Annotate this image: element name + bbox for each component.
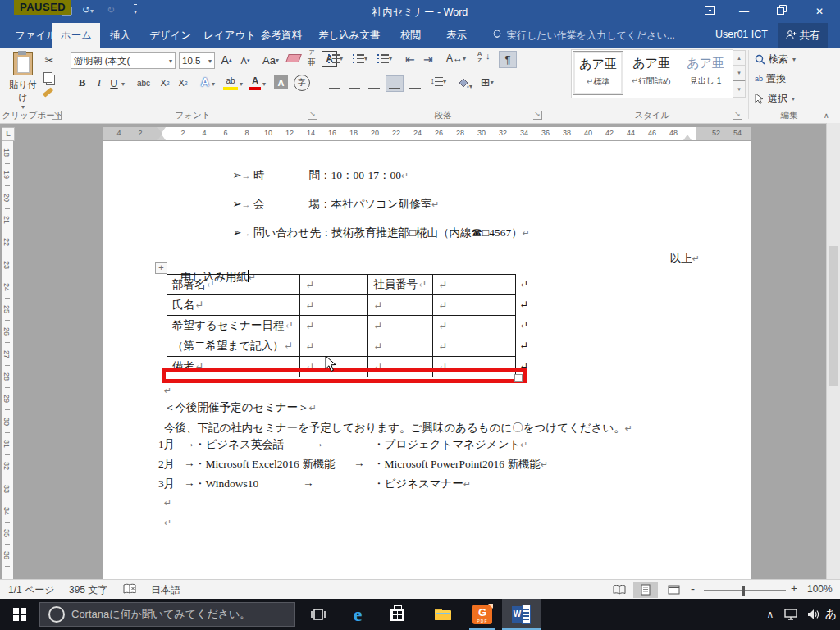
grow-font-button[interactable]: A▴: [218, 52, 235, 68]
clear-formatting-button[interactable]: [285, 54, 302, 62]
table-cell[interactable]: ↵: [433, 275, 516, 295]
print-layout-button[interactable]: [633, 582, 658, 598]
select-button[interactable]: 選択▾: [755, 92, 795, 106]
asian-layout-button[interactable]: A↔▾: [446, 52, 466, 64]
strikethrough-button[interactable]: abc: [133, 76, 154, 89]
cut-button[interactable]: ✂: [41, 52, 57, 67]
horizontal-ruler[interactable]: 4224681012141618202224262830323436384042…: [103, 127, 751, 140]
network-icon[interactable]: [779, 599, 802, 630]
sort-button[interactable]: AZ↓: [477, 51, 482, 64]
doc-intro-line[interactable]: 今後、下記の社内セミナーを予定しております。ご興味のあるものに〇をつけてください…: [164, 421, 632, 436]
empty-paragraph[interactable]: ↵: [164, 516, 171, 529]
scrollbar-thumb[interactable]: [829, 246, 838, 386]
font-color-button[interactable]: A: [249, 75, 261, 90]
align-right-button[interactable]: [366, 77, 382, 90]
find-button[interactable]: 検索▾: [755, 52, 796, 66]
highlight-button[interactable]: ab: [223, 75, 238, 90]
tab-references[interactable]: 参考資料: [253, 23, 310, 48]
shrink-font-button[interactable]: A▾: [238, 53, 253, 68]
empty-paragraph[interactable]: ↵: [164, 384, 171, 397]
text-effects-button[interactable]: A: [199, 75, 212, 89]
format-painter-button[interactable]: [43, 87, 53, 97]
tray-show-hidden-icons[interactable]: ∧: [761, 599, 779, 630]
change-case-button[interactable]: Aa▾: [259, 52, 282, 68]
table-cell[interactable]: ↵: [368, 336, 433, 357]
align-left-button[interactable]: [326, 77, 343, 90]
table-cell[interactable]: ↵: [300, 275, 368, 295]
tab-view[interactable]: 表示: [438, 23, 475, 48]
edge-icon[interactable]: e: [338, 599, 377, 630]
page-indicator[interactable]: 1/1 ページ: [8, 583, 55, 597]
table-cell[interactable]: ↵: [433, 336, 516, 357]
table-cell[interactable]: ↵: [300, 336, 368, 357]
table-cell[interactable]: ↵: [368, 295, 433, 316]
undo-button[interactable]: ↺▾: [82, 4, 94, 16]
bullets-button[interactable]: ▾: [328, 54, 343, 63]
underline-button[interactable]: U: [108, 75, 120, 90]
underline-dropdown[interactable]: ▾: [121, 80, 125, 88]
table-cell[interactable]: ↵: [433, 295, 516, 316]
store-icon[interactable]: [377, 599, 417, 630]
line-spacing-button[interactable]: ↕▾: [430, 75, 446, 87]
zoom-slider-track[interactable]: [704, 590, 786, 591]
hanging-indent-marker[interactable]: [158, 135, 166, 140]
font-color-dropdown[interactable]: ▾: [262, 80, 266, 88]
styles-scroll-down[interactable]: ▾: [733, 65, 746, 81]
copy-button[interactable]: [43, 72, 52, 83]
enclose-characters-button[interactable]: 字: [294, 75, 310, 91]
cortana-search-box[interactable]: Cortanaに何か聞いてみてください。: [39, 602, 295, 627]
ime-mode-indicator[interactable]: あ: [822, 599, 840, 630]
font-size-select[interactable]: 10.5▾: [179, 52, 215, 69]
italic-button[interactable]: I: [94, 75, 105, 90]
tab-mailings[interactable]: 差し込み文書: [310, 23, 389, 48]
style-heading1[interactable]: あア亜 見出し 1: [681, 51, 730, 94]
table-cell[interactable]: 社員番号↵: [368, 275, 433, 295]
multilevel-list-button[interactable]: ▾: [377, 54, 392, 63]
application-form-table[interactable]: 部署名↵ ↵ 社員番号↵ ↵ 氏名↵ ↵ ↵ ↵ 希望するセミナー日程↵ ↵ ↵…: [167, 274, 516, 377]
start-button[interactable]: [0, 599, 39, 630]
font-name-select[interactable]: 游明朝 (本文(▾: [71, 52, 176, 69]
shading-button[interactable]: ▾: [458, 77, 472, 92]
justify-button[interactable]: [386, 75, 404, 92]
zoom-in-button[interactable]: +: [791, 582, 797, 595]
phonetic-guide-button[interactable]: ア亜: [305, 49, 318, 68]
table-cell[interactable]: （第二希望まで記入）↵: [167, 336, 300, 357]
distribute-button[interactable]: [407, 77, 423, 90]
bold-button[interactable]: B: [75, 75, 89, 90]
align-center-button[interactable]: [346, 77, 363, 90]
table-cell[interactable]: ↵: [433, 316, 516, 336]
vertical-scrollbar[interactable]: [826, 123, 840, 579]
zoom-slider-thumb[interactable]: [742, 586, 745, 596]
tab-review[interactable]: 校閲: [392, 23, 429, 48]
volume-icon[interactable]: [802, 599, 824, 630]
style-no-spacing[interactable]: あア亜 ↵行間詰め: [627, 51, 676, 94]
proofing-icon[interactable]: [123, 583, 136, 597]
styles-more-button[interactable]: ▾: [733, 80, 746, 98]
user-account[interactable]: User01 ICT: [715, 29, 768, 40]
highlight-dropdown[interactable]: ▾: [240, 80, 243, 88]
paragraph-dialog-launcher[interactable]: ↘: [533, 111, 542, 120]
language-indicator[interactable]: 日本語: [151, 583, 180, 597]
doc-heading-upcoming[interactable]: ＜今後開催予定のセミナー＞↵: [164, 400, 317, 415]
task-view-button[interactable]: [299, 599, 338, 630]
word-taskbar-icon[interactable]: W: [502, 599, 541, 630]
qat-customize-button[interactable]: ▾: [134, 4, 137, 16]
empty-paragraph[interactable]: ↵: [164, 496, 171, 509]
clipboard-dialog-launcher[interactable]: ↘: [52, 111, 62, 120]
vertical-ruler[interactable]: 18192021222324252627282930313233343536: [0, 123, 15, 579]
styles-scroll-up[interactable]: ▴: [733, 50, 746, 66]
table-move-handle[interactable]: +: [155, 262, 167, 274]
numbering-button[interactable]: ▾: [353, 54, 368, 63]
table-resize-handle[interactable]: [514, 374, 523, 382]
borders-button[interactable]: ⊞▾: [481, 75, 494, 89]
doc-line-closing[interactable]: 以上↵: [654, 238, 700, 279]
zoom-out-button[interactable]: -: [691, 582, 695, 596]
table-cell[interactable]: 部署名↵: [167, 275, 300, 295]
subscript-button[interactable]: X2: [158, 76, 172, 89]
right-indent-marker[interactable]: [683, 135, 692, 140]
style-normal[interactable]: あア亜 ↵標準: [573, 51, 623, 95]
text-effects-dropdown[interactable]: ▾: [212, 80, 215, 88]
table-cell[interactable]: 希望するセミナー日程↵: [167, 316, 300, 336]
paste-button[interactable]: 貼り付け ▾: [8, 51, 38, 105]
increase-indent-button[interactable]: ⇥: [423, 52, 433, 66]
